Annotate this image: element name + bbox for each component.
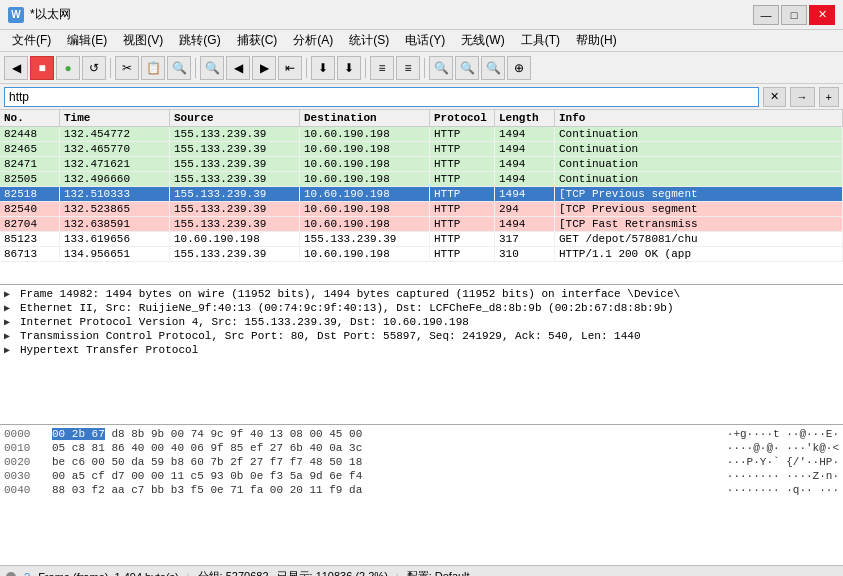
toolbar-btn-13[interactable]: ⬇ xyxy=(337,56,361,80)
hex-offset: 0000 xyxy=(4,428,44,440)
hex-row: 0020be c6 00 50 da 59 b8 60 7b 2f 27 f7 … xyxy=(4,455,839,469)
table-row[interactable]: 82471132.471621155.133.239.3910.60.190.1… xyxy=(0,157,843,172)
menu-item[interactable]: 分析(A) xyxy=(285,30,341,51)
col-header-destination[interactable]: Destination xyxy=(300,110,430,126)
title-bar: W *以太网 — □ ✕ xyxy=(0,0,843,30)
table-cell: 10.60.190.198 xyxy=(300,247,430,261)
table-cell: 155.133.239.39 xyxy=(300,232,430,246)
toolbar-btn-18[interactable]: 🔍 xyxy=(481,56,505,80)
col-header-source[interactable]: Source xyxy=(170,110,300,126)
table-cell: Continuation xyxy=(555,172,843,186)
close-button[interactable]: ✕ xyxy=(809,5,835,25)
col-header-info[interactable]: Info xyxy=(555,110,843,126)
table-cell: 294 xyxy=(495,202,555,216)
toolbar-sep-4 xyxy=(365,58,366,78)
toolbar-sep-2 xyxy=(195,58,196,78)
hex-offset: 0030 xyxy=(4,470,44,482)
expand-icon[interactable]: ▶ xyxy=(4,316,16,328)
menu-item[interactable]: 无线(W) xyxy=(453,30,512,51)
menu-item[interactable]: 视图(V) xyxy=(115,30,171,51)
expand-icon[interactable]: ▶ xyxy=(4,288,16,300)
expand-icon[interactable]: ▶ xyxy=(4,302,16,314)
table-cell: Continuation xyxy=(555,127,843,141)
hex-row: 004088 03 f2 aa c7 bb b3 f5 0e 71 fa 00 … xyxy=(4,483,839,497)
menu-item[interactable]: 跳转(G) xyxy=(171,30,228,51)
filter-clear-button[interactable]: ✕ xyxy=(763,87,786,107)
toolbar-btn-12[interactable]: ⬇ xyxy=(311,56,335,80)
toolbar-btn-10[interactable]: ▶ xyxy=(252,56,276,80)
table-cell: Continuation xyxy=(555,157,843,171)
detail-rows: ▶Frame 14982: 1494 bytes on wire (11952 … xyxy=(4,287,839,357)
table-row[interactable]: 82540132.523865155.133.239.3910.60.190.1… xyxy=(0,202,843,217)
toolbar-btn-16[interactable]: 🔍 xyxy=(429,56,453,80)
toolbar-btn-6[interactable]: 📋 xyxy=(141,56,165,80)
toolbar-btn-4[interactable]: ↺ xyxy=(82,56,106,80)
table-row[interactable]: 82448132.454772155.133.239.3910.60.190.1… xyxy=(0,127,843,142)
table-cell: 1494 xyxy=(495,187,555,201)
table-cell: 82448 xyxy=(0,127,60,141)
filter-apply-button[interactable]: → xyxy=(790,87,815,107)
col-header-length[interactable]: Length xyxy=(495,110,555,126)
detail-row[interactable]: ▶Ethernet II, Src: RuijieNe_9f:40:13 (00… xyxy=(4,301,839,315)
hex-offset: 0010 xyxy=(4,442,44,454)
minimize-button[interactable]: — xyxy=(753,5,779,25)
toolbar-btn-5[interactable]: ✂ xyxy=(115,56,139,80)
toolbar-btn-9[interactable]: ◀ xyxy=(226,56,250,80)
maximize-button[interactable]: □ xyxy=(781,5,807,25)
toolbar-btn-7[interactable]: 🔍 xyxy=(167,56,191,80)
toolbar-btn-8[interactable]: 🔍 xyxy=(200,56,224,80)
toolbar-btn-2[interactable]: ■ xyxy=(30,56,54,80)
table-row[interactable]: 82704132.638591155.133.239.3910.60.190.1… xyxy=(0,217,843,232)
table-row[interactable]: 82505132.496660155.133.239.3910.60.190.1… xyxy=(0,172,843,187)
hex-bytes: be c6 00 50 da 59 b8 60 7b 2f 27 f7 f7 4… xyxy=(52,456,719,468)
toolbar-btn-1[interactable]: ◀ xyxy=(4,56,28,80)
detail-text: Transmission Control Protocol, Src Port:… xyxy=(20,330,641,342)
table-row[interactable]: 86713134.956651155.133.239.3910.60.190.1… xyxy=(0,247,843,262)
detail-row[interactable]: ▶Frame 14982: 1494 bytes on wire (11952 … xyxy=(4,287,839,301)
toolbar-btn-3[interactable]: ● xyxy=(56,56,80,80)
table-cell: 82505 xyxy=(0,172,60,186)
table-row[interactable]: 82465132.465770155.133.239.3910.60.190.1… xyxy=(0,142,843,157)
detail-panel: ▶Frame 14982: 1494 bytes on wire (11952 … xyxy=(0,285,843,425)
menu-item[interactable]: 电话(Y) xyxy=(397,30,453,51)
table-cell: HTTP xyxy=(430,157,495,171)
table-cell: 155.133.239.39 xyxy=(170,127,300,141)
toolbar-btn-15[interactable]: ≡ xyxy=(396,56,420,80)
table-cell: 132.638591 xyxy=(60,217,170,231)
toolbar-btn-17[interactable]: 🔍 xyxy=(455,56,479,80)
frame-info: Frame (frame), 1,494 byte(s) xyxy=(38,571,179,577)
table-cell: HTTP xyxy=(430,172,495,186)
toolbar-btn-14[interactable]: ≡ xyxy=(370,56,394,80)
toolbar-sep-3 xyxy=(306,58,307,78)
detail-row[interactable]: ▶Transmission Control Protocol, Src Port… xyxy=(4,329,839,343)
expand-icon[interactable]: ▶ xyxy=(4,344,16,356)
filter-input[interactable] xyxy=(4,87,759,107)
detail-row[interactable]: ▶Hypertext Transfer Protocol xyxy=(4,343,839,357)
col-header-time[interactable]: Time xyxy=(60,110,170,126)
detail-row[interactable]: ▶Internet Protocol Version 4, Src: 155.1… xyxy=(4,315,839,329)
packet-list-header: No. Time Source Destination Protocol Len… xyxy=(0,110,843,127)
menu-item[interactable]: 捕获(C) xyxy=(229,30,286,51)
col-header-protocol[interactable]: Protocol xyxy=(430,110,495,126)
menu-item[interactable]: 编辑(E) xyxy=(59,30,115,51)
toolbar-btn-11[interactable]: ⇤ xyxy=(278,56,302,80)
capture-indicator: ? xyxy=(24,571,30,577)
menu-item[interactable]: 文件(F) xyxy=(4,30,59,51)
table-cell: HTTP xyxy=(430,232,495,246)
menu-item[interactable]: 工具(T) xyxy=(513,30,568,51)
table-cell: 132.510333 xyxy=(60,187,170,201)
expand-icon[interactable]: ▶ xyxy=(4,330,16,342)
col-header-no[interactable]: No. xyxy=(0,110,60,126)
table-cell: 134.956651 xyxy=(60,247,170,261)
hex-offset: 0040 xyxy=(4,484,44,496)
filter-add-button[interactable]: + xyxy=(819,87,839,107)
menu-item[interactable]: 统计(S) xyxy=(341,30,397,51)
table-cell: 1494 xyxy=(495,172,555,186)
hex-ascii: ········ ····Z·n· xyxy=(727,470,839,482)
packet-rows: 82448132.454772155.133.239.3910.60.190.1… xyxy=(0,127,843,262)
toolbar-btn-19[interactable]: ⊕ xyxy=(507,56,531,80)
table-row[interactable]: 85123133.61965610.60.190.198155.133.239.… xyxy=(0,232,843,247)
table-row[interactable]: 82518132.510333155.133.239.3910.60.190.1… xyxy=(0,187,843,202)
menu-item[interactable]: 帮助(H) xyxy=(568,30,625,51)
table-cell: 86713 xyxy=(0,247,60,261)
